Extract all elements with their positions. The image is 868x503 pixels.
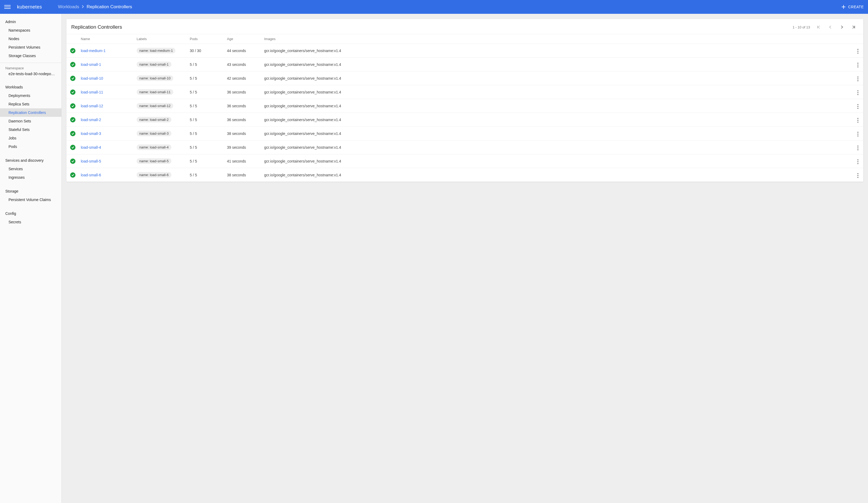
rc-name-link[interactable]: load-small-12 (81, 104, 103, 108)
status-ok-icon (70, 90, 75, 95)
label-chip: name: load-small-4 (137, 145, 172, 150)
pods-value: 5 / 5 (188, 127, 225, 140)
last-page-icon[interactable] (850, 24, 857, 30)
status-ok-icon (70, 159, 75, 164)
image-value: gcr.io/google_containers/serve_hostname:… (262, 85, 852, 99)
table-row: load-small-2 name: load-small-2 5 / 5 36… (66, 113, 863, 127)
sidebar-item-stateful-sets[interactable]: Stateful Sets (0, 125, 61, 134)
row-menu-icon[interactable] (856, 117, 859, 124)
col-pods[interactable]: Pods (188, 34, 225, 44)
status-ok-icon (70, 48, 75, 53)
create-button[interactable]: CREATE (841, 4, 864, 9)
sidebar-item-deployments[interactable]: Deployments (0, 91, 61, 100)
label-chip: name: load-small-10 (137, 75, 173, 81)
app-logo: kubernetes (17, 4, 42, 10)
rc-name-link[interactable]: load-small-11 (81, 90, 103, 94)
sidebar-item-pods[interactable]: Pods (0, 142, 61, 151)
rc-name-link[interactable]: load-small-4 (81, 145, 101, 149)
sidebar-item-persistent-volumes[interactable]: Persistent Volumes (0, 43, 61, 52)
sidebar-item-jobs[interactable]: Jobs (0, 134, 61, 142)
row-menu-icon[interactable] (856, 48, 859, 55)
rc-name-link[interactable]: load-small-2 (81, 118, 101, 122)
sidebar-heading-workloads[interactable]: Workloads (0, 82, 61, 91)
row-menu-icon[interactable] (856, 62, 859, 69)
breadcrumb-parent[interactable]: Workloads (58, 4, 79, 10)
pods-value: 30 / 30 (188, 44, 225, 57)
label-chip: name: load-small-6 (137, 172, 172, 178)
sidebar-divider (0, 63, 61, 63)
row-menu-icon[interactable] (856, 172, 859, 179)
age-value: 43 seconds (225, 57, 262, 72)
chevron-right-icon (82, 5, 84, 9)
table-row: load-small-11 name: load-small-11 5 / 5 … (66, 85, 863, 99)
sidebar-item-storage-classes[interactable]: Storage Classes (0, 52, 61, 60)
table-row: load-small-6 name: load-small-6 5 / 5 38… (66, 168, 863, 182)
image-value: gcr.io/google_containers/serve_hostname:… (262, 57, 852, 72)
rc-name-link[interactable]: load-small-10 (81, 76, 103, 81)
rc-table: Name Labels Pods Age Images load-medium-… (66, 34, 863, 182)
rc-name-link[interactable]: load-medium-1 (81, 49, 105, 53)
pods-value: 5 / 5 (188, 85, 225, 99)
sidebar-item-nodes[interactable]: Nodes (0, 34, 61, 43)
sidebar-heading-storage[interactable]: Storage (0, 186, 61, 196)
breadcrumb-current: Replication Controllers (87, 4, 132, 10)
col-images[interactable]: Images (262, 34, 852, 44)
age-value: 38 seconds (225, 168, 262, 182)
rc-name-link[interactable]: load-small-5 (81, 159, 101, 163)
row-menu-icon[interactable] (856, 131, 859, 138)
pods-value: 5 / 5 (188, 154, 225, 168)
col-age[interactable]: Age (225, 34, 262, 44)
sidebar-item-daemon-sets[interactable]: Daemon Sets (0, 117, 61, 125)
sidebar-heading-admin[interactable]: Admin (0, 17, 61, 26)
rc-card: Replication Controllers 1 - 10 of 13 (66, 19, 863, 182)
prev-page-icon[interactable] (827, 24, 834, 30)
rc-name-link[interactable]: load-small-6 (81, 173, 101, 177)
hamburger-menu-icon[interactable] (4, 4, 11, 10)
sidebar-item-replica-sets[interactable]: Replica Sets (0, 100, 61, 108)
rc-name-link[interactable]: load-small-3 (81, 132, 101, 136)
sidebar-item-ingresses[interactable]: Ingresses (0, 173, 61, 182)
table-row: load-small-12 name: load-small-12 5 / 5 … (66, 99, 863, 113)
table-row: load-small-10 name: load-small-10 5 / 5 … (66, 72, 863, 85)
first-page-icon[interactable] (815, 24, 822, 30)
sidebar-heading-services[interactable]: Services and discovery (0, 155, 61, 165)
image-value: gcr.io/google_containers/serve_hostname:… (262, 140, 852, 154)
status-ok-icon (70, 62, 75, 67)
age-value: 36 seconds (225, 99, 262, 113)
app-header: kubernetes Workloads Replication Control… (0, 0, 868, 14)
namespace-label: Namespace (0, 64, 61, 71)
next-page-icon[interactable] (839, 24, 845, 30)
label-chip: name: load-small-5 (137, 158, 172, 164)
label-chip: name: load-small-2 (137, 117, 172, 123)
col-labels[interactable]: Labels (134, 34, 188, 44)
age-value: 39 seconds (225, 140, 262, 154)
row-menu-icon[interactable] (856, 89, 859, 96)
row-menu-icon[interactable] (856, 158, 859, 165)
status-ok-icon (70, 76, 75, 81)
sidebar-item-replication-controllers[interactable]: Replication Controllers (0, 108, 61, 117)
sidebar-item-services[interactable]: Services (0, 165, 61, 173)
age-value: 36 seconds (225, 85, 262, 99)
row-menu-icon[interactable] (856, 75, 859, 82)
sidebar-item-secrets[interactable]: Secrets (0, 218, 61, 226)
rc-name-link[interactable]: load-small-1 (81, 62, 101, 67)
sidebar-item-pvc[interactable]: Persistent Volume Claims (0, 196, 61, 204)
image-value: gcr.io/google_containers/serve_hostname:… (262, 99, 852, 113)
main-content: Replication Controllers 1 - 10 of 13 (62, 14, 868, 503)
sidebar-heading-config[interactable]: Config (0, 208, 61, 218)
sidebar: Admin Namespaces Nodes Persistent Volume… (0, 14, 62, 503)
card-title: Replication Controllers (71, 24, 122, 30)
pods-value: 5 / 5 (188, 72, 225, 85)
table-row: load-medium-1 name: load-medium-1 30 / 3… (66, 44, 863, 57)
sidebar-item-namespaces[interactable]: Namespaces (0, 26, 61, 34)
col-name[interactable]: Name (79, 34, 134, 44)
row-menu-icon[interactable] (856, 103, 859, 110)
status-ok-icon (70, 117, 75, 123)
namespace-selector[interactable]: e2e-tests-load-30-nodepods-1- (0, 71, 61, 79)
label-chip: name: load-small-3 (137, 131, 172, 136)
image-value: gcr.io/google_containers/serve_hostname:… (262, 113, 852, 127)
label-chip: name: load-small-1 (137, 62, 172, 67)
pods-value: 5 / 5 (188, 99, 225, 113)
row-menu-icon[interactable] (856, 145, 859, 151)
image-value: gcr.io/google_containers/serve_hostname:… (262, 44, 852, 57)
